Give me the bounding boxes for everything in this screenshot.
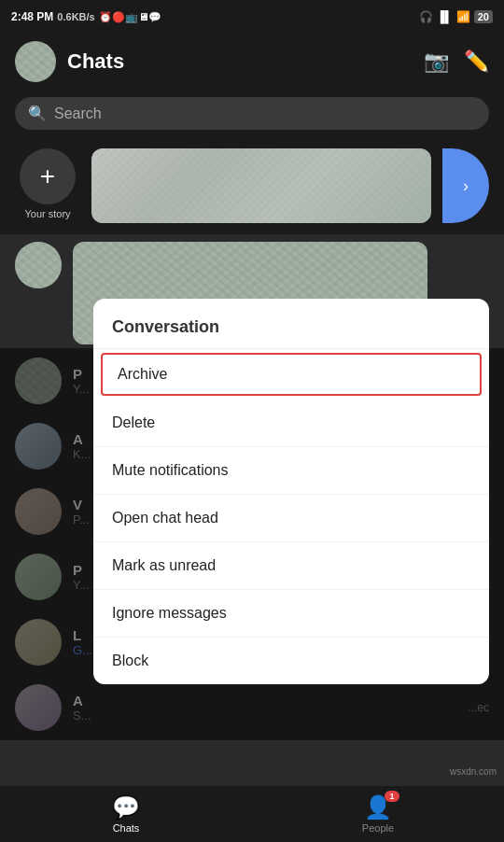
status-right: 🎧 ▐▌ 📶 20 (419, 10, 493, 23)
modal-item-delete[interactable]: Delete (93, 400, 489, 447)
modal-item-ignore[interactable]: Ignore messages (93, 590, 489, 638)
avatar-image (15, 242, 62, 288)
modal-title: Conversation (93, 299, 489, 349)
camera-icon[interactable]: 📷 (424, 49, 449, 74)
search-placeholder-text: Search (54, 105, 102, 122)
modal-item-chat-head[interactable]: Open chat head (93, 495, 489, 542)
mute-label: Mute notifications (112, 462, 229, 478)
add-story-item[interactable]: + Your story (15, 148, 80, 219)
profile-avatar[interactable] (15, 41, 56, 82)
time-label: 2:48 PM (11, 10, 53, 23)
nav-chats-label: Chats (113, 822, 140, 834)
story-texture (91, 148, 431, 223)
watermark: wsxdn.com (450, 766, 497, 777)
story-circle[interactable]: › (442, 148, 489, 223)
modal-item-mute[interactable]: Mute notifications (93, 447, 489, 495)
people-badge-container: 👤 1 (364, 794, 392, 821)
chat-avatar-top (15, 242, 62, 288)
status-left: 2:48 PM 0.6KB/s ⏰🔴📺🖥💬 (11, 10, 161, 23)
story-image-preview[interactable] (91, 148, 431, 223)
chat-bubble-icon: 💬 (112, 794, 140, 821)
plus-icon: + (40, 161, 55, 191)
network-label: 0.6KB/s (57, 11, 94, 22)
chat-list: P Y... A K... V P... (0, 348, 504, 740)
bluetooth-icon: 🎧 (419, 10, 433, 23)
app-background: Chats 📷 ✏️ 🔍 Search + Your story › (0, 34, 504, 842)
conversation-modal: Conversation Archive Delete Mute notific… (93, 299, 489, 684)
app-title: Chats (67, 49, 124, 74)
edit-icon[interactable]: ✏️ (464, 49, 489, 74)
modal-item-block[interactable]: Block (93, 638, 489, 684)
nav-people-label: People (362, 822, 394, 834)
app-header: Chats 📷 ✏️ (0, 34, 504, 90)
bottom-navigation: 💬 Chats 👤 1 People (0, 786, 504, 842)
chevron-right-icon: › (463, 176, 469, 196)
chat-head-label: Open chat head (112, 510, 218, 526)
delete-label: Delete (112, 414, 155, 430)
your-story-label: Your story (24, 208, 70, 219)
header-left: Chats (15, 41, 124, 82)
ignore-label: Ignore messages (112, 605, 227, 621)
battery-label: 20 (474, 10, 493, 23)
status-bar: 2:48 PM 0.6KB/s ⏰🔴📺🖥💬 🎧 ▐▌ 📶 20 (0, 0, 504, 34)
nav-people[interactable]: 👤 1 People (252, 794, 504, 834)
wifi-icon: 📶 (456, 10, 470, 23)
search-icon: 🔍 (28, 105, 47, 122)
search-bar-container: 🔍 Search (0, 90, 504, 141)
modal-item-archive[interactable]: Archive (101, 353, 482, 396)
archive-label: Archive (118, 366, 167, 382)
search-wrapper[interactable]: 🔍 Search (15, 97, 489, 130)
unread-label: Mark as unread (112, 557, 216, 573)
block-label: Block (112, 653, 148, 668)
stories-row: + Your story › (0, 141, 504, 234)
signal-icons: ⏰🔴📺🖥💬 (99, 11, 161, 23)
header-icons: 📷 ✏️ (424, 49, 489, 74)
add-story-button[interactable]: + (20, 148, 76, 204)
modal-item-unread[interactable]: Mark as unread (93, 542, 489, 590)
people-badge: 1 (385, 791, 399, 802)
nav-chats[interactable]: 💬 Chats (0, 794, 252, 834)
signal-icon: ▐▌ (437, 10, 453, 23)
